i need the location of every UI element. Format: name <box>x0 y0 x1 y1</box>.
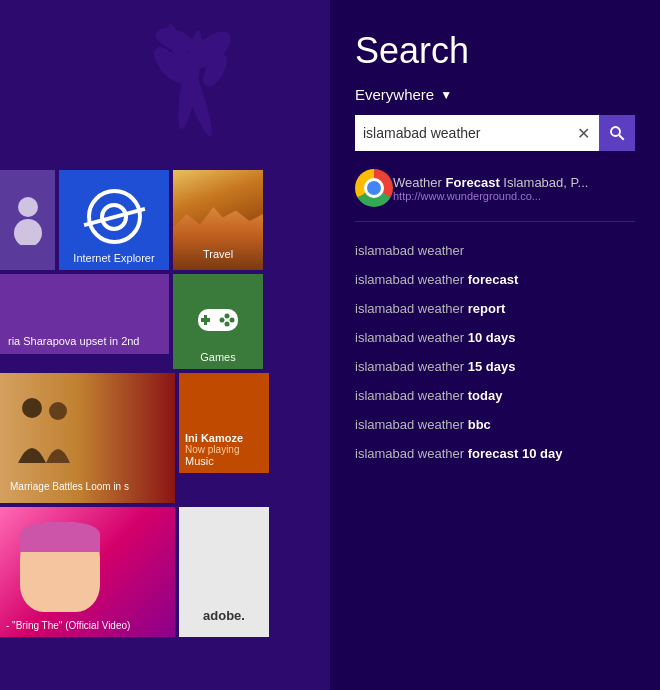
ie-logo <box>87 189 142 244</box>
marriage-text: Marriage Battles Loom in s <box>6 480 133 497</box>
suggestion-item-5[interactable]: islamabad weather today <box>355 381 635 410</box>
svg-point-12 <box>230 318 235 323</box>
adobe-label: adobe. <box>203 608 245 623</box>
search-panel: Search Everywhere ▼ ✕ Weather Forecast I… <box>330 0 660 690</box>
singer-text: - "Bring The" (Official Video) <box>6 620 130 631</box>
svg-point-6 <box>18 197 38 217</box>
svg-point-11 <box>225 314 230 319</box>
tile-music[interactable]: Ini Kamoze Now playing Music <box>179 373 269 473</box>
web-result-title: Weather Forecast Islamabad, P... <box>393 175 588 190</box>
suggestion-plain-3: islamabad weather <box>355 330 468 345</box>
ie-label: Internet Explorer <box>73 252 154 264</box>
svg-point-16 <box>49 402 67 420</box>
suggestion-item-2[interactable]: islamabad weather report <box>355 294 635 323</box>
tile-singer[interactable]: - "Bring The" (Official Video) <box>0 507 175 637</box>
suggestion-bold-6: bbc <box>468 417 491 432</box>
suggestion-bold-1: forecast <box>468 272 519 287</box>
web-result-title-plain: Weather <box>393 175 446 190</box>
suggestion-item-3[interactable]: islamabad weather 10 days <box>355 323 635 352</box>
clear-button[interactable]: ✕ <box>567 115 599 151</box>
suggestion-bold-7: forecast 10 day <box>468 446 563 461</box>
suggestion-plain-1: islamabad weather <box>355 272 468 287</box>
svg-point-14 <box>225 322 230 327</box>
search-input[interactable] <box>355 115 567 151</box>
svg-point-13 <box>220 318 225 323</box>
suggestion-plain-7: islamabad weather <box>355 446 468 461</box>
svg-rect-10 <box>201 318 210 322</box>
gamepad-icon <box>194 300 242 345</box>
suggestion-bold-4: 15 days <box>468 359 516 374</box>
tiles-area: Internet Explorer Travel ria Sharapova u… <box>0 170 320 641</box>
tiles-row-3: Marriage Battles Loom in s Ini Kamoze No… <box>0 373 320 503</box>
suggestion-plain-2: islamabad weather <box>355 301 468 316</box>
chrome-icon <box>355 169 393 207</box>
tile-adobe[interactable]: adobe. <box>179 507 269 637</box>
tile-travel[interactable]: Travel <box>173 170 263 270</box>
suggestion-bold-5: today <box>468 388 503 403</box>
tile-games[interactable]: Games <box>173 274 263 369</box>
music-content: Ini Kamoze Now playing <box>185 432 263 455</box>
search-input-row: ✕ <box>355 115 635 151</box>
tile-news[interactable]: ria Sharapova upset in 2nd <box>0 274 169 354</box>
music-label: Music <box>185 455 214 467</box>
web-result-url: http://www.wunderground.co... <box>393 190 588 202</box>
web-result-text: Weather Forecast Islamabad, P... http://… <box>393 175 588 202</box>
search-title: Search <box>355 30 635 72</box>
travel-label: Travel <box>203 248 233 264</box>
search-scope-row[interactable]: Everywhere ▼ <box>355 86 635 103</box>
tile-person[interactable] <box>0 170 55 270</box>
search-button[interactable] <box>599 115 635 151</box>
web-result-title-suffix: Islamabad, P... <box>500 175 589 190</box>
chevron-down-icon: ▼ <box>440 88 452 102</box>
suggestion-item-6[interactable]: islamabad weather bbc <box>355 410 635 439</box>
tile-ie[interactable]: Internet Explorer <box>59 170 169 270</box>
svg-line-18 <box>619 135 624 140</box>
suggestion-bold-3: 10 days <box>468 330 516 345</box>
music-status: Now playing <box>185 444 263 455</box>
suggestion-plain-0: islamabad weather <box>355 243 464 258</box>
tiles-background: Internet Explorer Travel ria Sharapova u… <box>0 0 330 690</box>
suggestion-plain-6: islamabad weather <box>355 417 468 432</box>
svg-point-7 <box>14 219 42 245</box>
games-label: Games <box>200 351 235 363</box>
news-text: ria Sharapova upset in 2nd <box>8 334 139 348</box>
ie-logo-inner <box>100 203 128 231</box>
suggestion-bold-2: report <box>468 301 506 316</box>
suggestion-plain-4: islamabad weather <box>355 359 468 374</box>
tile-marriage[interactable]: Marriage Battles Loom in s <box>0 373 175 503</box>
person-icon <box>13 195 43 245</box>
svg-point-17 <box>611 127 620 136</box>
tiles-row-1: Internet Explorer Travel <box>0 170 320 270</box>
singer-hair <box>20 522 100 552</box>
search-scope-label: Everywhere <box>355 86 434 103</box>
flower-decoration <box>130 0 250 160</box>
web-result-title-bold: Forecast <box>446 175 500 190</box>
people-silhouette <box>10 393 80 473</box>
suggestion-plain-5: islamabad weather <box>355 388 468 403</box>
suggestion-item-1[interactable]: islamabad weather forecast <box>355 265 635 294</box>
search-icon <box>608 124 626 142</box>
suggestion-item-0[interactable]: islamabad weather <box>355 236 635 265</box>
suggestion-item-4[interactable]: islamabad weather 15 days <box>355 352 635 381</box>
web-result[interactable]: Weather Forecast Islamabad, P... http://… <box>355 169 635 222</box>
suggestion-item-7[interactable]: islamabad weather forecast 10 day <box>355 439 635 468</box>
singer-face <box>20 522 100 612</box>
svg-point-15 <box>22 398 42 418</box>
tiles-row-2: ria Sharapova upset in 2nd Games <box>0 274 320 369</box>
music-artist: Ini Kamoze <box>185 432 263 444</box>
tiles-row-4: - "Bring The" (Official Video) adobe. <box>0 507 320 637</box>
suggestions-list: islamabad weatherislamabad weather forec… <box>355 236 635 468</box>
